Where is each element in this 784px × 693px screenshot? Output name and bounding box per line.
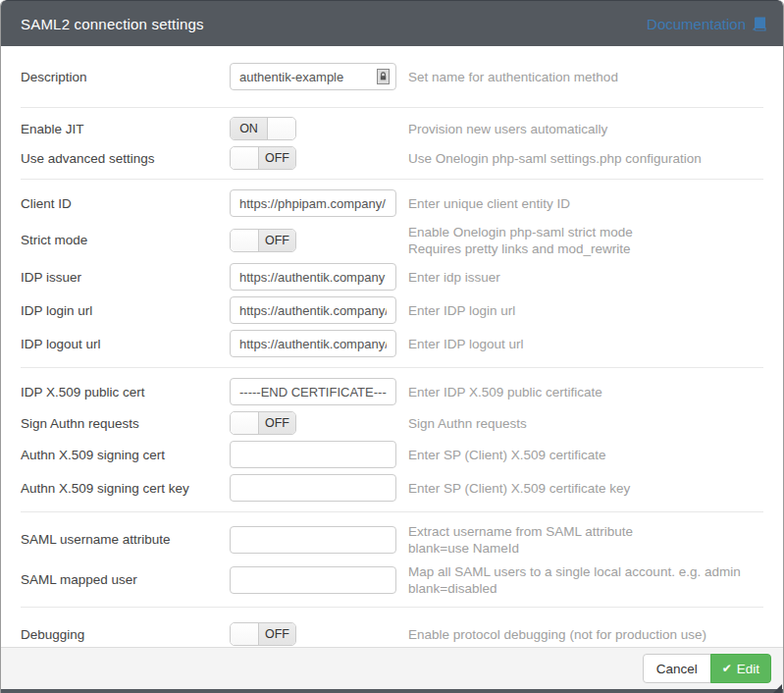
helper-text: Set name for authentication method [408,69,618,85]
section-idp-connection: Client ID Enter unique client entity ID … [21,180,763,368]
form-row: Enable JIT ON Provision new users automa… [21,117,763,140]
dialog-header: SAML2 connection settings Documentation [1,0,783,46]
field-label-client-id: Client ID [21,196,230,211]
section-user-mapping: SAML username attribute Extract username… [21,512,763,608]
idp-issuer-input[interactable] [230,263,396,291]
authn-signing-cert-input[interactable] [230,441,396,468]
field-label-description: Description [21,70,230,84]
form-row: Authn X.509 signing cert key Enter SP (C… [21,474,763,502]
toggle-knob [267,118,295,139]
form-row: IDP login url Enter IDP login url [21,296,763,324]
field-label-debugging: Debugging [21,627,230,642]
helper-text: Enter unique client entity ID [408,195,570,212]
edit-button-label: Edit [737,662,759,676]
dialog-title: SAML2 connection settings [21,16,204,32]
dialog-body: Description Set name for authentication … [1,46,783,647]
helper-text-line2: blank=use NameId [408,540,633,557]
documentation-link[interactable]: Documentation [647,16,768,32]
toggle-state-label: ON [231,118,267,139]
toggle-knob [231,230,259,251]
helper-text: Map all SAML users to a single local acc… [408,563,741,580]
helper-text-line2: Requires pretty links and mod_rewrite [408,240,633,257]
helper-text: Extract username from SAML attribute [408,523,633,540]
toggle-knob [231,412,259,434]
field-label-strict-mode: Strict mode [21,233,230,247]
helper-text: Enter SP (Client) X.509 certificate [408,447,606,463]
section-debugging: Debugging OFF Enable protocol debugging … [21,608,763,647]
enable-jit-toggle[interactable]: ON [230,117,296,140]
helper-text: Enter IDP login url [408,302,515,319]
helper-text: Enable protocol debugging (not for produ… [408,626,706,643]
edit-button[interactable]: ✔ Edit [710,654,771,683]
section-jit-advanced: Enable JIT ON Provision new users automa… [21,108,763,180]
helper-text: Enable Onelogin php-saml strict mode [408,224,633,240]
form-row: Debugging OFF Enable protocol debugging … [21,622,763,646]
field-label-authn-cert: Authn X.509 signing cert [21,448,230,462]
dialog-footer: Cancel ✔ Edit [1,647,783,689]
helper-text: Sign Authn requests [408,415,527,432]
field-label-idp-logout-url: IDP logout url [21,337,230,351]
form-row: Strict mode OFF Enable Onelogin php-saml… [21,223,763,257]
section-description: Description Set name for authentication … [21,46,763,108]
client-id-input[interactable] [230,189,396,217]
form-row: IDP X.509 public cert Enter IDP X.509 pu… [21,378,763,405]
form-row: SAML mapped user Map all SAML users to a… [21,562,763,597]
section-certificates: IDP X.509 public cert Enter IDP X.509 pu… [21,368,763,512]
helper-text: Enter IDP X.509 public certificate [408,384,602,400]
field-label-mapped-user: SAML mapped user [21,572,230,587]
field-label-idp-cert: IDP X.509 public cert [21,385,230,400]
documentation-link-label: Documentation [647,16,746,32]
sign-authn-requests-toggle[interactable]: OFF [230,411,296,435]
saml2-settings-dialog: SAML2 connection settings Documentation … [0,0,784,693]
form-row: Sign Authn requests OFF Sign Authn reque… [21,411,763,435]
toggle-state-label: OFF [259,623,295,645]
toggle-state-label: OFF [259,412,295,434]
idp-public-cert-input[interactable] [230,378,396,405]
field-label-authn-cert-key: Authn X.509 signing cert key [21,481,230,496]
helper-text-line2: blank=disabled [408,580,741,597]
debugging-toggle[interactable]: OFF [230,622,296,646]
dialog-bottom-edge [1,689,783,693]
idp-login-url-input[interactable] [230,296,396,324]
toggle-state-label: OFF [259,230,295,251]
toggle-state-label: OFF [259,147,295,169]
toggle-knob [231,147,259,169]
cancel-button[interactable]: Cancel [643,654,711,683]
form-row: Authn X.509 signing cert Enter SP (Clien… [21,441,763,468]
helper-text: Enter SP (Client) X.509 certificate key [408,480,630,497]
saml-username-attribute-input[interactable] [230,526,396,554]
form-row: IDP issuer Enter idp issuer [21,263,763,291]
form-row: IDP logout url Enter IDP logout url [21,330,763,357]
form-row: Description Set name for authentication … [21,63,763,90]
helper-text: Provision new users automatically [408,121,607,137]
field-label-idp-issuer: IDP issuer [21,270,230,285]
description-input[interactable] [230,63,396,90]
field-label-advanced-settings: Use advanced settings [21,151,230,166]
authn-signing-cert-key-input[interactable] [230,474,396,502]
helper-text: Enter IDP logout url [408,336,524,352]
form-row: Use advanced settings OFF Use Onelogin p… [21,146,763,170]
form-row: SAML username attribute Extract username… [21,522,763,557]
resize-grip[interactable] [773,684,782,693]
field-label-username-attribute: SAML username attribute [21,532,230,547]
saml-mapped-user-input[interactable] [230,566,396,594]
use-advanced-settings-toggle[interactable]: OFF [230,146,296,170]
idp-logout-url-input[interactable] [230,330,396,357]
field-label-idp-login-url: IDP login url [21,303,230,318]
check-icon: ✔ [722,663,732,674]
field-label-sign-authn: Sign Authn requests [21,416,230,431]
helper-text: Use Onelogin php-saml settings.php confi… [408,150,702,167]
form-row: Client ID Enter unique client entity ID [21,189,763,217]
field-label-enable-jit: Enable JIT [21,122,230,136]
toggle-knob [231,623,259,645]
book-icon [752,17,768,31]
strict-mode-toggle[interactable]: OFF [230,229,296,252]
helper-text: Enter idp issuer [408,269,500,286]
